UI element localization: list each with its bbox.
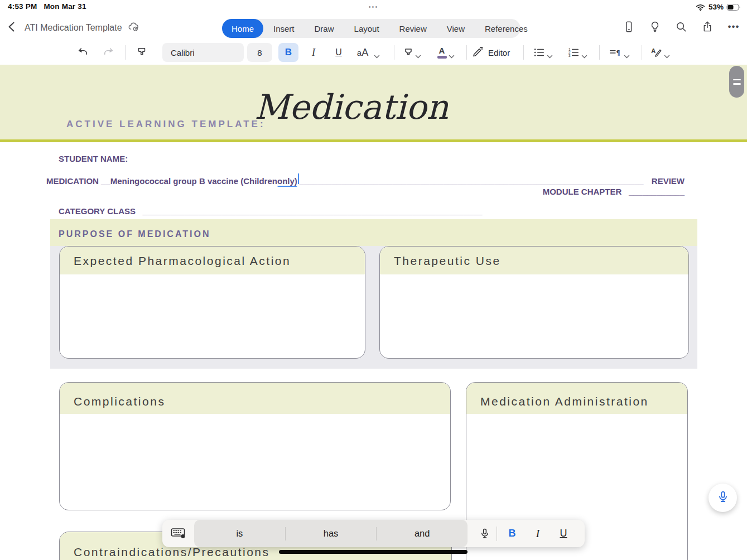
therapeutic-use-box[interactable]: Therapeutic Use (379, 246, 689, 359)
keyboard-icon[interactable] (170, 526, 186, 542)
mobile-view-icon[interactable] (622, 20, 635, 33)
battery-percent: 53% (709, 3, 724, 11)
wifi-icon (695, 2, 706, 12)
underline-button[interactable]: U (551, 528, 576, 539)
chevron-down-icon[interactable] (415, 51, 421, 55)
chevron-down-icon[interactable] (374, 51, 380, 55)
tab-draw[interactable]: Draw (305, 19, 344, 38)
italic-button[interactable]: I (305, 44, 322, 61)
screen: 4:53 PMMon Mar 31 ••• 53% ATI Medication… (0, 0, 747, 560)
redo-icon (99, 44, 117, 61)
battery-icon (726, 3, 741, 11)
medication-value[interactable]: Meningococcal group B vaccine (Children (110, 176, 277, 186)
status-bar: 4:53 PMMon Mar 31 ••• 53% (0, 0, 747, 14)
mic-icon[interactable] (475, 528, 494, 540)
suggestion-has[interactable]: has (286, 528, 377, 539)
drawn-black-line (279, 550, 468, 554)
lightbulb-icon[interactable] (648, 20, 662, 33)
font-name-select[interactable]: Calibri (162, 43, 244, 62)
module-chapter-line[interactable]: MODULE CHAPTER ____________ (543, 187, 685, 196)
template-title: Medication (254, 87, 449, 127)
medication-value-marked[interactable]: only) (277, 176, 297, 187)
category-class-blank[interactable]: ________________________________________… (143, 206, 483, 216)
chevron-down-icon[interactable] (624, 51, 630, 55)
chevron-down-icon[interactable] (547, 51, 553, 55)
chevron-down-icon[interactable] (664, 51, 670, 55)
box-title: Expected Pharmacological Action (60, 247, 365, 268)
purpose-section-label: PURPOSE OF MEDICATION (59, 229, 211, 239)
category-class-line[interactable]: CATEGORY CLASS _________________________… (59, 206, 483, 216)
svg-text:¶: ¶ (616, 49, 620, 57)
box-title: Medication Administration (466, 383, 687, 408)
scrollbar-handle[interactable] (729, 66, 744, 98)
module-chapter-label: MODULE CHAPTER (543, 187, 622, 196)
review-label: REVIEW (652, 176, 685, 186)
module-chapter-blank[interactable]: ____________ (629, 187, 685, 196)
text-case-button[interactable]: aA (354, 44, 372, 61)
format-painter-icon[interactable] (133, 44, 151, 61)
more-icon[interactable]: ••• (727, 20, 740, 33)
tab-references[interactable]: References (475, 19, 538, 38)
input-accessory-bar: is has and B I U (162, 520, 585, 547)
predictive-text-bar: is has and (194, 520, 468, 547)
tab-view[interactable]: View (437, 19, 475, 38)
tab-home[interactable]: Home (222, 19, 263, 38)
ribbon-tabs: Home Insert Draw Layout Review View Refe… (222, 19, 521, 38)
suggestion-is[interactable]: is (194, 528, 285, 539)
medication-label: MEDICATION (46, 176, 99, 186)
chevron-down-icon[interactable] (449, 51, 455, 55)
bold-button[interactable]: B (278, 43, 298, 62)
styles-icon[interactable]: A (647, 44, 665, 61)
box-title: Complications (60, 383, 450, 408)
search-icon[interactable] (674, 20, 688, 33)
paragraph-format-icon[interactable]: ¶ (606, 44, 624, 61)
template-label: ACTIVE LEARNING TEMPLATE: (66, 119, 266, 130)
tab-insert[interactable]: Insert (263, 19, 305, 38)
formatting-toolbar: Calibri 8 B I U aA A Editor 123 (0, 40, 747, 65)
purpose-section-banner: PURPOSE OF MEDICATION (50, 219, 697, 246)
numbered-list-icon[interactable]: 123 (565, 44, 582, 61)
header-rule (0, 139, 747, 142)
dictation-mic-icon (716, 490, 730, 506)
share-icon[interactable] (701, 20, 714, 33)
editor-label: Editor (488, 48, 510, 57)
complications-box[interactable]: Complications (59, 382, 451, 510)
document-title[interactable]: ATI Medication Template (25, 23, 122, 33)
editor-button[interactable]: Editor (472, 44, 510, 61)
medication-prefix: __ (101, 176, 110, 186)
font-size-select[interactable]: 8 (247, 43, 272, 62)
medication-line[interactable]: MEDICATION __ Meningococcal group B vacc… (46, 173, 685, 187)
svg-text:3: 3 (568, 54, 571, 57)
medication-blank-line[interactable]: ________________________________________… (299, 176, 649, 186)
category-class-label: CATEGORY CLASS (59, 206, 136, 216)
multitask-dots: ••• (0, 3, 747, 10)
svg-text:A: A (651, 47, 656, 54)
bullet-list-icon[interactable] (530, 44, 548, 61)
tab-layout[interactable]: Layout (344, 19, 389, 38)
expected-pharmacological-action-box[interactable]: Expected Pharmacological Action (59, 246, 365, 359)
box-title: Therapeutic Use (380, 247, 688, 268)
cloud-sync-icon[interactable] (127, 21, 140, 35)
suggestion-and[interactable]: and (377, 528, 468, 539)
nav-bar: ATI Medication Template Home Insert Draw… (0, 14, 747, 40)
underline-button[interactable]: U (330, 44, 348, 61)
italic-button[interactable]: I (525, 528, 551, 540)
dictation-mic-button[interactable] (709, 484, 737, 512)
editor-pen-icon (472, 46, 484, 60)
chevron-down-icon[interactable] (581, 51, 587, 55)
back-icon[interactable] (6, 20, 20, 35)
student-name-label[interactable]: STUDENT NAME: (59, 154, 128, 163)
bold-button[interactable]: B (499, 528, 525, 539)
undo-icon[interactable] (74, 44, 92, 61)
tab-review[interactable]: Review (389, 19, 437, 38)
